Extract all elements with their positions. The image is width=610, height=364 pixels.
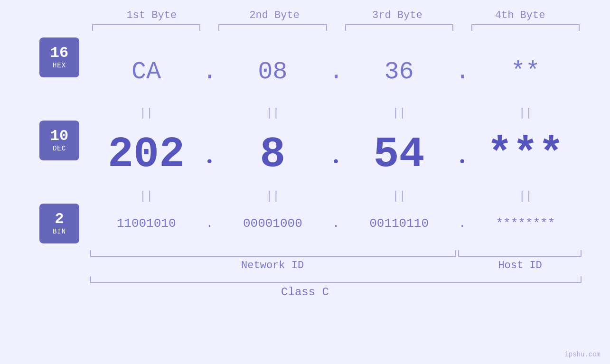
bin-byte3: 00110110: [343, 216, 455, 231]
hex-byte1: CA: [90, 58, 202, 86]
dec-byte1: 202: [90, 131, 202, 179]
dec-badge-label: DEC: [53, 145, 66, 152]
bin-byte1: 11001010: [90, 216, 202, 231]
bin-badge: 2 BIN: [39, 204, 79, 243]
host-bracket: [458, 250, 582, 257]
byte-header-2: 2nd Byte: [213, 9, 336, 24]
host-id-label: Host ID: [498, 260, 542, 271]
bin-byte2: 00001000: [216, 216, 328, 231]
hex-badge-number: 16: [50, 46, 68, 61]
bracket-3: [345, 24, 453, 31]
class-bracket: [90, 276, 582, 283]
dec-byte2: 8: [216, 131, 328, 179]
equals-b1: ||: [90, 190, 202, 203]
byte-header-1: 1st Byte: [90, 9, 213, 24]
dec-badge: 10 DEC: [39, 121, 79, 160]
hex-dot3: .: [455, 58, 469, 86]
byte-header-3: 3rd Byte: [336, 9, 459, 24]
bin-badge-number: 2: [55, 212, 64, 227]
hex-badge: 16 HEX: [39, 37, 79, 77]
equals-3: ||: [343, 107, 455, 120]
hex-badge-label: HEX: [53, 62, 66, 69]
dec-byte3: 54: [343, 131, 455, 179]
main-container: 1st Byte 2nd Byte 3rd Byte 4th Byte 16 H…: [0, 0, 610, 364]
dec-badge-number: 10: [50, 129, 68, 144]
hex-byte4: **: [469, 58, 582, 86]
watermark: ipshu.com: [564, 351, 601, 358]
hex-byte2: 08: [216, 58, 328, 86]
dec-byte4: ***: [469, 131, 582, 179]
bracket-4: [471, 24, 580, 31]
bin-dot1: .: [202, 216, 216, 231]
equals-b4: ||: [469, 190, 582, 203]
hex-byte3: 36: [343, 58, 455, 86]
network-bracket: [90, 250, 456, 257]
bin-byte4: ********: [469, 216, 582, 231]
class-label: Class C: [281, 286, 329, 299]
bracket-1: [92, 24, 200, 31]
hex-dot2: .: [329, 58, 343, 86]
bin-badge-label: BIN: [53, 228, 66, 235]
equals-b3: ||: [343, 190, 455, 203]
dec-dot2: •: [329, 154, 343, 179]
hex-dot1: .: [202, 58, 216, 86]
bin-dot3: .: [455, 216, 469, 231]
dec-dot1: •: [202, 154, 216, 179]
equals-2: ||: [216, 107, 328, 120]
bracket-2: [218, 24, 327, 31]
equals-b2: ||: [216, 190, 328, 203]
equals-1: ||: [90, 107, 202, 120]
dec-dot3: •: [455, 154, 469, 179]
equals-4: ||: [469, 107, 582, 120]
byte-header-4: 4th Byte: [459, 9, 582, 24]
bin-dot2: .: [329, 216, 343, 231]
network-id-label: Network ID: [241, 260, 304, 271]
